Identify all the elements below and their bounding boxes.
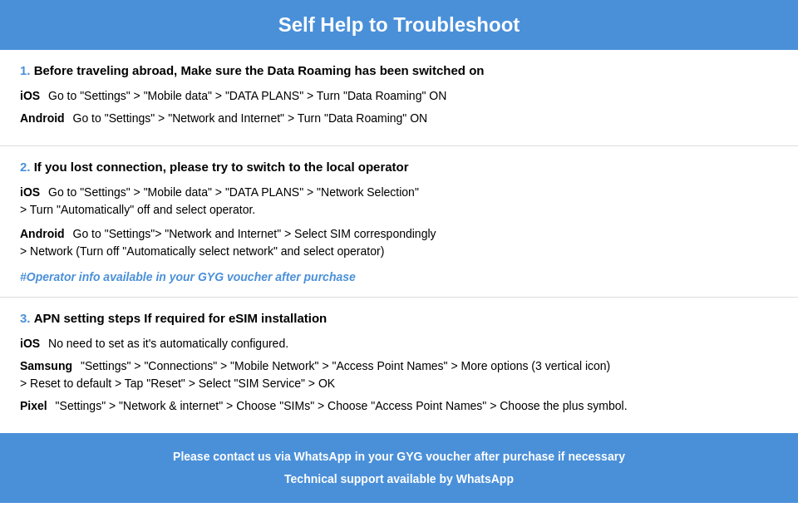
section-3-header: 3. APN setting steps If required for eSI… [20,311,778,325]
section-2-header: 2. If you lost connection, please try to… [20,160,778,174]
platform-android-2: Android [20,227,65,240]
section-2-number: 2. [20,160,31,174]
section-2-android-text: Go to "Settings"> "Network and Internet"… [20,227,436,258]
section-1-header: 1. Before traveling abroad, Make sure th… [20,63,778,77]
section-2-highlight: #Operator info available in your GYG vou… [20,270,778,283]
footer-line2: Technical support available by WhatsApp [17,470,781,488]
section-3-number: 3. [20,311,31,325]
section-1: 1. Before traveling abroad, Make sure th… [0,50,798,146]
section-2-title: If you lost connection, please try to sw… [34,160,409,174]
section-3-samsung-text: "Settings" > "Connections" > "Mobile Net… [20,359,610,390]
page-header: Self Help to Troubleshoot [0,0,798,50]
footer-line1: Please contact us via WhatsApp in your G… [17,448,781,466]
section-3-row-samsung: Samsung "Settings" > "Connections" > "Mo… [20,357,778,392]
section-1-android-text: Go to "Settings" > "Network and Internet… [73,111,428,125]
platform-pixel: Pixel [20,399,47,412]
page-footer: Please contact us via WhatsApp in your G… [0,433,798,503]
section-2-row-android: Android Go to "Settings"> "Network and I… [20,225,778,260]
section-1-number: 1. [20,63,31,77]
section-1-row-android: Android Go to "Settings" > "Network and … [20,110,778,127]
section-1-row-ios: iOS Go to "Settings" > "Mobile data" > "… [20,87,778,105]
section-2-ios-text: Go to "Settings" > "Mobile data" > "DATA… [20,185,419,216]
platform-ios-1: iOS [20,89,40,102]
platform-android-1: Android [20,111,65,125]
section-1-ios-text: Go to "Settings" > "Mobile data" > "DATA… [48,89,446,102]
page-title: Self Help to Troubleshoot [17,13,781,37]
section-3-ios-text: No need to set as it's automatically con… [48,337,288,350]
section-3: 3. APN setting steps If required for eSI… [0,298,798,433]
section-1-title: Before traveling abroad, Make sure the D… [34,63,485,77]
platform-samsung: Samsung [20,359,72,372]
section-2: 2. If you lost connection, please try to… [0,146,798,298]
platform-ios-2: iOS [20,185,40,199]
section-2-row-ios: iOS Go to "Settings" > "Mobile data" > "… [20,184,778,219]
section-3-row-ios: iOS No need to set as it's automatically… [20,335,778,352]
platform-ios-3: iOS [20,337,40,350]
section-3-pixel-text: "Settings" > "Network & internet" > Choo… [56,399,628,412]
section-3-title: APN setting steps If required for eSIM i… [34,311,328,325]
section-3-row-pixel: Pixel "Settings" > "Network & internet" … [20,397,778,415]
main-content: 1. Before traveling abroad, Make sure th… [0,50,798,433]
